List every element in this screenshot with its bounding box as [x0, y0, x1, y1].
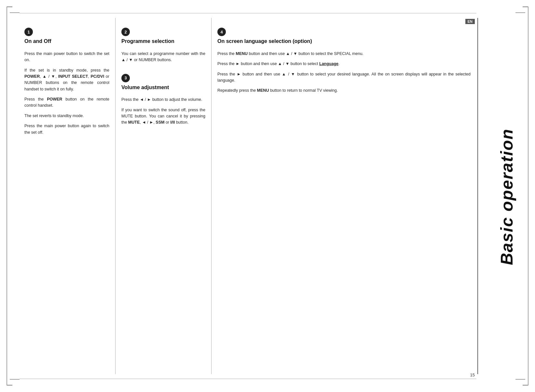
section2-p1: You can select a programme number with t… — [121, 51, 205, 63]
section2-badge: 2 — [121, 28, 130, 36]
section1-p5: Press the main power button again to swi… — [24, 123, 109, 136]
section2-title: Programme selection — [121, 38, 205, 45]
section4-p4: Repeatedly press the MENU button to retu… — [217, 88, 471, 94]
right-divider — [477, 18, 478, 374]
section1-p2: If the set is in standby mode, press the… — [24, 67, 109, 93]
section1-p3: Press the POWER button on the remote con… — [24, 96, 109, 109]
section4-p3: Press the ► button and then use ▲ / ▼ bu… — [217, 71, 471, 84]
section3-p2: If you want to switch the sound off, pre… — [121, 107, 205, 126]
page-top-rule — [20, 13, 476, 13]
section4-body: Press the MENU button and then use ▲ / ▼… — [217, 51, 471, 94]
section2-column: 2 Programme selection You can select a p… — [116, 18, 212, 374]
section3-title: Volume adjustment — [121, 84, 205, 91]
section4-column: 4 On screen language selection (option) … — [212, 18, 476, 374]
section1-p1: Press the main power button to switch th… — [24, 51, 109, 63]
section4-badge: 4 — [217, 28, 226, 36]
section3-p1: Press the ◄ / ► button to adjust the vol… — [121, 97, 205, 103]
section3-subsection: 3 Volume adjustment Press the ◄ / ► butt… — [121, 71, 205, 126]
section4-p2: Press the ► button and then use ▲ / ▼ bu… — [217, 61, 471, 67]
section1-badge: 1 — [24, 28, 33, 36]
vertical-title-text: Basic operation — [497, 128, 516, 265]
section1-p4: The set reverts to standby mode. — [24, 113, 109, 119]
vertical-title-container: Basic operation — [480, 20, 533, 374]
section2-body: You can select a programme number with t… — [121, 51, 205, 63]
section4-title: On screen language selection (option) — [217, 38, 471, 45]
section1-body: Press the main power button to switch th… — [24, 51, 109, 136]
section1-title: On and Off — [24, 38, 109, 45]
section3-badge: 3 — [121, 74, 130, 82]
section1-column: 1 On and Off Press the main power button… — [20, 18, 116, 374]
section4-p1: Press the MENU button and then use ▲ / ▼… — [217, 51, 471, 57]
section3-body: Press the ◄ / ► button to adjust the vol… — [121, 97, 205, 126]
main-content: 1 On and Off Press the main power button… — [20, 18, 476, 374]
page-bottom-rule — [20, 379, 476, 379]
